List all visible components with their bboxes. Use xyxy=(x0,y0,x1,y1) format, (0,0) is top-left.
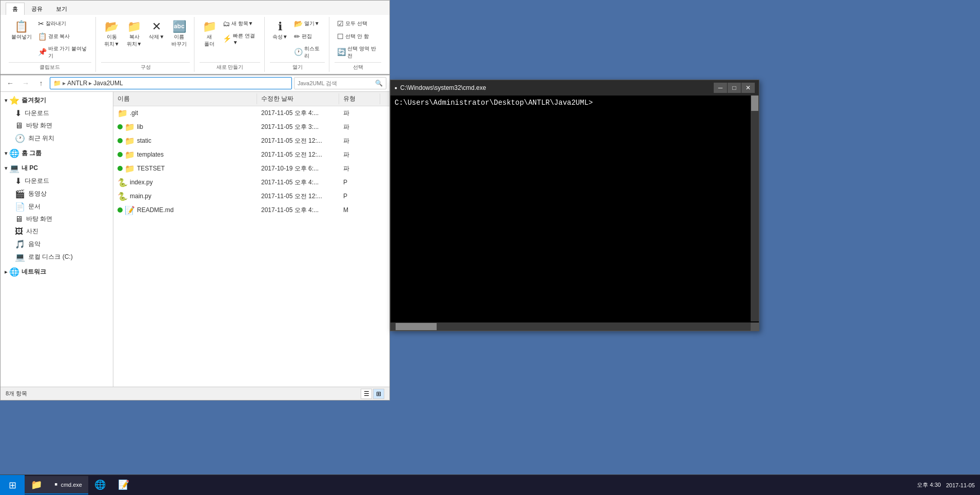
select-all-button[interactable]: ☑ 모두 선택 xyxy=(335,18,381,30)
search-box[interactable]: 🔍 xyxy=(294,77,386,89)
clipboard-label: 클립보드 xyxy=(9,62,91,71)
taskbar-item-notepad[interactable]: 📝 xyxy=(112,476,135,494)
paste-icon: 📋 xyxy=(14,20,28,33)
invert-selection-icon: 🔄 xyxy=(337,48,346,56)
mypc-label: 내 PC xyxy=(22,164,38,173)
ribbon-tab-home[interactable]: 홈 xyxy=(6,3,25,15)
table-row[interactable]: 📁 lib 2017-11-05 오후 3:... 파 xyxy=(113,120,389,134)
ribbon-group-new: 📁 새폴더 🗂 새 항목▼ ⚡ 빠른 연결▼ 새로 만들 xyxy=(195,17,264,72)
file-list-header: 이름 수정한 날짜 유형 xyxy=(113,92,389,106)
homegroup-section: ▾ 🌐 홈 그룹 xyxy=(1,147,113,160)
sidebar-item-recent[interactable]: 🕐 최근 위치 xyxy=(1,132,113,145)
forward-button[interactable]: → xyxy=(19,77,32,90)
content-area: ▾ ⭐ 즐겨찾기 ⬇ 다운로드 🖥 바탕 화면 🕐 최근 위치 xyxy=(1,92,389,387)
file-type: 파 xyxy=(339,136,380,146)
file-modified: 2017-11-05 오후 4:... xyxy=(257,177,339,188)
move-to-button[interactable]: 📂 이동위치▼ xyxy=(101,18,123,50)
cmd-close-button[interactable]: ✕ xyxy=(741,83,755,93)
taskbar-item-browser[interactable]: 🌐 xyxy=(88,476,112,494)
music-icon: 🎵 xyxy=(15,239,25,249)
open-button[interactable]: 📂 열기▼ xyxy=(291,18,325,30)
sidebar-item-desktop[interactable]: 🖥 바탕 화면 xyxy=(1,120,113,132)
copy-path-icon: 📋 xyxy=(38,32,47,41)
homegroup-header[interactable]: ▾ 🌐 홈 그룹 xyxy=(1,147,113,160)
ribbon-group-clipboard: 📋 붙여넣기 ✂ 잘라내기 📋 경로 복사 📌 xyxy=(5,17,96,72)
ribbon-tab-share[interactable]: 공유 xyxy=(25,3,49,15)
table-row[interactable]: 🐍 index.py 2017-11-05 오후 4:... P xyxy=(113,176,389,189)
back-button[interactable]: ← xyxy=(4,77,17,90)
sidebar-item-pc-downloads[interactable]: ⬇ 다운로드 xyxy=(1,175,113,187)
select-none-button[interactable]: ☐ 선택 안 함 xyxy=(335,31,381,43)
folder-icon: 📁 xyxy=(125,122,135,132)
favorites-arrow: ▾ xyxy=(5,98,7,103)
sidebar-item-downloads[interactable]: ⬇ 다운로드 xyxy=(1,107,113,120)
file-name: .git xyxy=(130,109,138,117)
videos-icon: 🎬 xyxy=(15,189,25,199)
paste-shortcut-button[interactable]: 📌 바로 가기 붙여넣기 xyxy=(35,44,91,61)
address-path[interactable]: 📁 ▸ ANTLR ▸ Java2UML xyxy=(50,77,292,89)
cmd-scrollbar-thumb-v[interactable] xyxy=(751,96,758,111)
copy-path-button[interactable]: 📋 경로 복사 xyxy=(35,31,91,43)
sidebar-item-c-drive[interactable]: 💻 로컬 디스크 (C:) xyxy=(1,251,113,263)
invert-selection-button[interactable]: 🔄 선택 영역 반전 xyxy=(335,44,381,61)
properties-button[interactable]: ℹ 속성▼ xyxy=(270,18,290,43)
new-item-button[interactable]: 🗂 새 항목▼ xyxy=(220,18,260,30)
rename-button[interactable]: 🔤 이름바꾸기 xyxy=(168,18,190,50)
homegroup-icon: 🌐 xyxy=(9,148,19,158)
copy-to-button[interactable]: 📁 복사위치▼ xyxy=(124,18,145,50)
cmd-minimize-button[interactable]: ─ xyxy=(714,83,727,93)
cmd-scrollbar-vertical[interactable] xyxy=(751,96,759,321)
start-button[interactable]: ⊞ xyxy=(0,475,25,496)
ribbon-tabs: 홈 공유 보기 xyxy=(1,3,389,15)
item-count: 8개 항목 xyxy=(6,390,27,397)
history-button[interactable]: 🕐 히스토리 xyxy=(291,44,325,61)
taskbar-time: 오후 4:30 xyxy=(917,481,940,489)
table-row[interactable]: 📁 .git 2017-11-05 오후 4:... 파 xyxy=(113,106,389,120)
cut-button[interactable]: ✂ 잘라내기 xyxy=(35,18,91,30)
cmd-scrollbar-thumb-h[interactable] xyxy=(396,323,437,330)
taskbar-item-explorer[interactable]: 📁 xyxy=(25,476,48,494)
sidebar-item-videos[interactable]: 🎬 동영상 xyxy=(1,187,113,200)
quick-access-button[interactable]: ⚡ 빠른 연결▼ xyxy=(220,31,260,47)
homegroup-arrow: ▾ xyxy=(5,150,7,156)
list-view-button[interactable]: ☰ xyxy=(361,389,372,399)
ribbon-tab-view[interactable]: 보기 xyxy=(49,3,74,15)
table-row[interactable]: 📝 README.md 2017-11-05 오후 4:... M xyxy=(113,203,389,217)
col-name[interactable]: 이름 xyxy=(113,93,257,104)
new-label: 새로 만들기 xyxy=(200,62,260,71)
properties-icon: ℹ xyxy=(278,20,282,33)
table-row[interactable]: 🐍 main.py 2017-11-05 오전 12:... P xyxy=(113,189,389,203)
file-modified: 2017-11-05 오전 12:... xyxy=(257,149,339,160)
cmd-scrollbar-horizontal[interactable] xyxy=(390,322,751,331)
table-row[interactable]: 📁 templates 2017-11-05 오전 12:... 파 xyxy=(113,148,389,162)
sidebar-item-pc-desktop[interactable]: 🖥 바탕 화면 xyxy=(1,213,113,225)
detail-view-button[interactable]: ⊞ xyxy=(373,389,384,399)
favorites-header[interactable]: ▾ ⭐ 즐겨찾기 xyxy=(1,94,113,107)
cmd-body[interactable]: C:\Users\Administrator\Desktop\ANTLR\Jav… xyxy=(390,96,759,331)
delete-button[interactable]: ✕ 삭제▼ xyxy=(146,18,167,43)
network-header[interactable]: ▸ 🌐 네트워크 xyxy=(1,265,113,278)
sidebar-item-photos[interactable]: 🖼 사진 xyxy=(1,225,113,238)
docs-icon: 📄 xyxy=(15,202,25,212)
new-folder-icon: 📁 xyxy=(203,20,217,33)
cmd-titlebar[interactable]: ▪ C:\Windows\system32\cmd.exe ─ □ ✕ xyxy=(390,80,759,96)
sidebar-item-music[interactable]: 🎵 음악 xyxy=(1,238,113,251)
path-java2uml: Java2UML xyxy=(93,80,123,87)
delete-icon: ✕ xyxy=(152,20,161,33)
view-buttons: ☰ ⊞ xyxy=(361,389,384,399)
mypc-header[interactable]: ▾ 💻 내 PC xyxy=(1,162,113,175)
sync-status-dot xyxy=(117,166,123,171)
file-explorer-window: 홈 공유 보기 📋 붙여넣기 ✂ 잘라내기 xyxy=(0,0,390,401)
cmd-maximize-button[interactable]: □ xyxy=(728,83,741,93)
taskbar-item-cmd[interactable]: ▪ cmd.exe xyxy=(48,476,88,494)
up-button[interactable]: ↑ xyxy=(34,77,48,90)
new-folder-button[interactable]: 📁 새폴더 xyxy=(200,18,219,50)
table-row[interactable]: 📁 TESTSET 2017-10-19 오후 6:... 파 xyxy=(113,162,389,176)
edit-button[interactable]: ✏ 편집 xyxy=(291,31,325,43)
search-input[interactable] xyxy=(298,80,375,86)
paste-button[interactable]: 📋 붙여넣기 xyxy=(9,18,34,43)
table-row[interactable]: 📁 static 2017-11-05 오전 12:... 파 xyxy=(113,134,389,148)
col-modified[interactable]: 수정한 날짜 xyxy=(257,93,339,104)
col-type[interactable]: 유형 xyxy=(339,93,380,104)
sidebar-item-docs[interactable]: 📄 문서 xyxy=(1,200,113,213)
